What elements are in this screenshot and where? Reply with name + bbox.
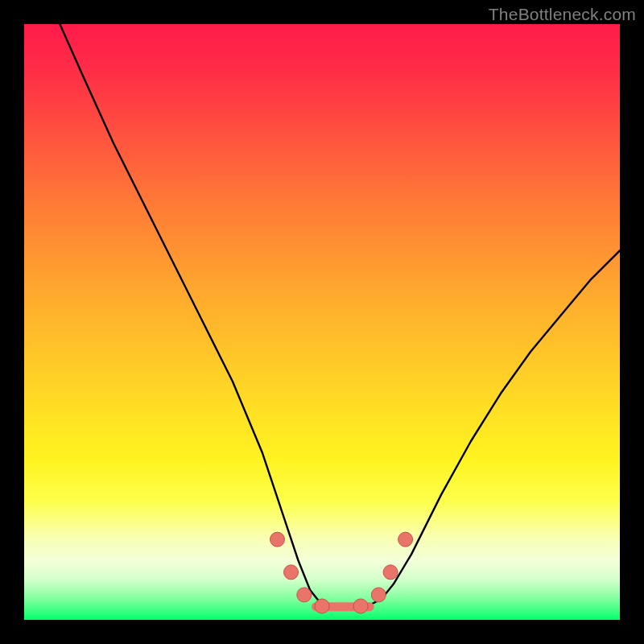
plot-area: [24, 24, 620, 620]
marker-right-mid: [383, 565, 398, 580]
marker-trough-r: [353, 599, 368, 613]
marker-left-mid: [284, 565, 299, 580]
chart-frame: TheBottleneck.com: [0, 0, 644, 644]
marker-left-upper: [270, 532, 285, 547]
marker-left-lower: [297, 588, 312, 602]
chart-svg: [24, 24, 620, 620]
marker-trough-l: [315, 599, 329, 613]
watermark-text: TheBottleneck.com: [489, 5, 636, 24]
marker-right-upper: [398, 532, 413, 547]
bottleneck-curve: [60, 24, 620, 608]
marker-right-lower: [371, 588, 386, 602]
